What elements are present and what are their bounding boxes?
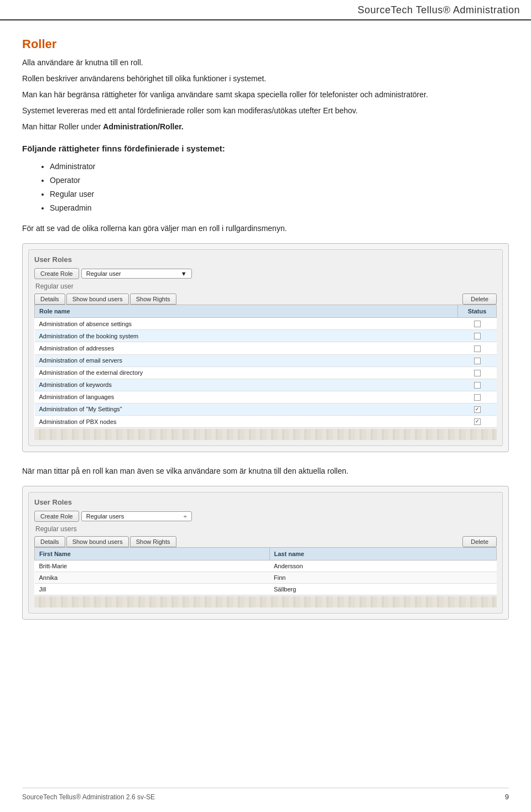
status-cell — [458, 366, 497, 379]
delete-button-1[interactable]: Delete — [462, 294, 497, 305]
torn-edge-2 — [34, 596, 497, 607]
role-name-cell: Administration of "My Settings" — [35, 403, 458, 415]
table-row: Britt-MarieAndersson — [35, 560, 497, 572]
status-cell — [458, 342, 497, 354]
checkbox-unchecked-icon[interactable] — [474, 345, 481, 352]
table-row: Administration of the external directory — [35, 366, 497, 379]
role-name-cell: Administration of languages — [35, 391, 458, 403]
col-last-name: Last name — [269, 548, 497, 560]
status-cell — [458, 354, 497, 366]
status-cell — [458, 330, 497, 342]
role-name-cell: Administration of email servers — [35, 354, 458, 366]
role-dropdown-2[interactable]: Regular users ÷ — [81, 511, 192, 521]
table-row: Administration of email servers — [35, 354, 497, 366]
table-row: Administration of PBX nodes — [35, 416, 497, 428]
tab-show-rights-2[interactable]: Show Rights — [130, 536, 176, 547]
tab-show-bound-users-2[interactable]: Show bound users — [66, 536, 129, 547]
checkbox-unchecked-icon[interactable] — [474, 382, 481, 389]
dropdown-arrow-2: ÷ — [184, 513, 187, 520]
screenshot-1: User Roles Create Role Regular user ▼ Re… — [22, 243, 509, 452]
last-name-cell: Finn — [269, 572, 497, 584]
role-name-cell: Administration of the external directory — [35, 366, 458, 379]
col-first-name: First Name — [35, 548, 270, 560]
widget-1-inner: User Roles Create Role Regular user ▼ Re… — [28, 249, 503, 446]
table-row: Administration of "My Settings" — [35, 403, 497, 415]
role-name-cell: Administration of keywords — [35, 379, 458, 391]
table-row: AnnikaFinn — [35, 572, 497, 584]
widget-1-title: User Roles — [34, 255, 497, 264]
first-name-cell: Jill — [35, 584, 270, 595]
roles-table-1: Role name Status Administration of absen… — [34, 305, 497, 428]
tab-row-2: Details Show bound users Show Rights Del… — [34, 536, 497, 547]
main-content: Roller Alla användare är knutna till en … — [0, 20, 531, 655]
paragraph-1: Alla användare är knutna till en roll. — [22, 57, 509, 69]
checkbox-unchecked-icon[interactable] — [474, 321, 481, 327]
table-row: JillSällberg — [35, 584, 497, 595]
status-cell — [458, 379, 497, 391]
first-name-cell: Annika — [35, 572, 270, 584]
last-name-cell: Sällberg — [269, 584, 497, 595]
tab-row-1: Details Show bound users Show Rights Del… — [34, 294, 497, 305]
widget-2-title: User Roles — [34, 498, 497, 506]
role-name-cell: Administration of absence settings — [35, 318, 458, 330]
role-name-label-2: Regular users — [34, 525, 497, 533]
footer-left: SourceTech Tellus® Administration 2.6 sv… — [22, 793, 155, 801]
first-name-cell: Britt-Marie — [35, 560, 270, 572]
tab-area-2: Details Show bound users Show Rights — [34, 536, 462, 547]
table-row: Administration of languages — [35, 391, 497, 403]
role-dropdown-1[interactable]: Regular user ▼ — [81, 269, 192, 279]
widget-1-toolbar: Create Role Regular user ▼ — [34, 268, 497, 279]
dropdown-value-2: Regular users — [86, 513, 124, 520]
table-row: Administration of keywords — [35, 379, 497, 391]
role-name-cell: Administration of the booking system — [35, 330, 458, 342]
checkbox-checked-icon[interactable] — [474, 406, 481, 413]
roles-table-2: First Name Last name Britt-MarieAndersso… — [34, 547, 497, 595]
checkbox-unchecked-icon[interactable] — [474, 333, 481, 339]
section-title: Roller — [22, 37, 509, 51]
create-role-button-2[interactable]: Create Role — [34, 511, 79, 522]
last-name-cell: Andersson — [269, 560, 497, 572]
list-item-1: Administrator — [50, 160, 509, 174]
list-item-2: Operator — [50, 174, 509, 187]
header-title: SourceTech Tellus® Administration — [357, 4, 520, 16]
checkbox-unchecked-icon[interactable] — [474, 394, 481, 401]
status-cell — [458, 318, 497, 330]
desc1: För att se vad de olika rollerna kan gör… — [22, 223, 509, 234]
status-cell — [458, 416, 497, 428]
col-status-1: Status — [458, 305, 497, 318]
torn-edge-1 — [34, 429, 497, 440]
page-number: 9 — [505, 793, 509, 801]
list-item-3: Regular user — [50, 187, 509, 201]
dropdown-value-1: Regular user — [86, 270, 121, 277]
table-row: Administration of addresses — [35, 342, 497, 354]
role-name-cell: Administration of addresses — [35, 342, 458, 354]
tab-area-1: Details Show bound users Show Rights — [34, 294, 462, 305]
tab-show-bound-users-1[interactable]: Show bound users — [66, 294, 129, 305]
page-header: SourceTech Tellus® Administration — [0, 0, 531, 20]
status-cell — [458, 403, 497, 415]
checkbox-unchecked-icon[interactable] — [474, 358, 481, 364]
widget-2-toolbar: Create Role Regular users ÷ — [34, 511, 497, 522]
checkbox-checked-icon[interactable] — [474, 418, 481, 425]
tab-show-rights-1[interactable]: Show Rights — [130, 294, 176, 305]
screenshot-2: User Roles Create Role Regular users ÷ R… — [22, 486, 509, 620]
subsection-title: Följande rättigheter finns fördefinierad… — [22, 143, 509, 155]
delete-button-2[interactable]: Delete — [462, 536, 497, 547]
tab-details-2[interactable]: Details — [34, 536, 65, 547]
paragraph-4: Systemet levereras med ett antal fördefi… — [22, 105, 509, 117]
role-list: Administrator Operator Regular user Supe… — [50, 160, 509, 216]
tab-details-1[interactable]: Details — [34, 294, 65, 305]
paragraph-3: Man kan här begränsa rättigheter för van… — [22, 89, 509, 101]
status-cell — [458, 391, 497, 403]
paragraph-2: Rollen beskriver användarens behörighet … — [22, 73, 509, 85]
paragraph-5: Man hittar Roller under Administration/R… — [22, 121, 509, 133]
desc2: När man tittar på en roll kan man även s… — [22, 465, 509, 477]
dropdown-arrow-1: ▼ — [181, 270, 187, 277]
table-row: Administration of the booking system — [35, 330, 497, 342]
list-item-4: Superadmin — [50, 201, 509, 215]
create-role-button-1[interactable]: Create Role — [34, 268, 79, 279]
col-role-name-1: Role name — [35, 305, 458, 318]
table-row: Administration of absence settings — [35, 318, 497, 330]
checkbox-unchecked-icon[interactable] — [474, 370, 481, 376]
role-name-cell: Administration of PBX nodes — [35, 416, 458, 428]
